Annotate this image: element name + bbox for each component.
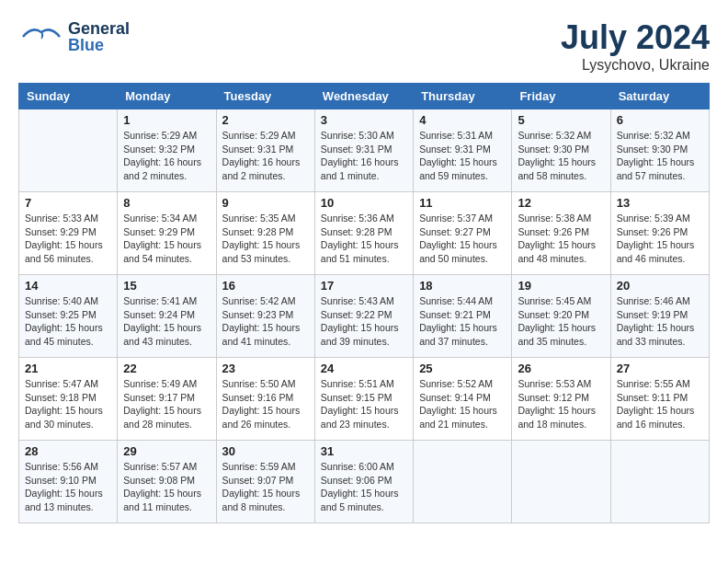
day-info: Sunrise: 5:36 AMSunset: 9:28 PMDaylight:… xyxy=(321,212,407,266)
month-year-title: July 2024 xyxy=(561,18,710,57)
day-info: Sunrise: 5:35 AMSunset: 9:28 PMDaylight:… xyxy=(222,212,309,266)
calendar-day-cell: 16Sunrise: 5:42 AMSunset: 9:23 PMDayligh… xyxy=(216,275,314,358)
weekday-header: Thursday xyxy=(414,84,512,109)
day-number: 22 xyxy=(123,362,210,375)
day-info: Sunrise: 5:40 AMSunset: 9:25 PMDaylight:… xyxy=(25,294,111,349)
day-number: 1 xyxy=(123,113,210,127)
calendar-table: SundayMondayTuesdayWednesdayThursdayFrid… xyxy=(18,83,710,523)
calendar-day-cell: 9Sunrise: 5:35 AMSunset: 9:28 PMDaylight… xyxy=(216,192,314,275)
calendar-week-row: 14Sunrise: 5:40 AMSunset: 9:25 PMDayligh… xyxy=(19,275,710,358)
day-info: Sunrise: 5:31 AMSunset: 9:31 PMDaylight:… xyxy=(419,129,506,183)
location-title: Lysychovo, Ukraine xyxy=(561,57,710,74)
day-info: Sunrise: 5:29 AMSunset: 9:32 PMDaylight:… xyxy=(123,129,210,183)
day-info: Sunrise: 5:45 AMSunset: 9:20 PMDaylight:… xyxy=(518,294,604,349)
day-info: Sunrise: 5:34 AMSunset: 9:29 PMDaylight:… xyxy=(123,212,210,266)
day-info: Sunrise: 5:55 AMSunset: 9:11 PMDaylight:… xyxy=(617,377,703,431)
day-number: 5 xyxy=(518,113,604,127)
calendar-day-cell: 2Sunrise: 5:29 AMSunset: 9:31 PMDaylight… xyxy=(216,109,314,192)
day-number: 26 xyxy=(518,362,604,375)
day-info: Sunrise: 5:30 AMSunset: 9:31 PMDaylight:… xyxy=(321,129,407,183)
weekday-header: Friday xyxy=(512,84,610,109)
calendar-day-cell xyxy=(512,441,610,523)
calendar-day-cell: 15Sunrise: 5:41 AMSunset: 9:24 PMDayligh… xyxy=(118,275,216,358)
day-info: Sunrise: 5:59 AMSunset: 9:07 PMDaylight:… xyxy=(222,460,309,514)
calendar-day-cell: 10Sunrise: 5:36 AMSunset: 9:28 PMDayligh… xyxy=(314,192,413,275)
calendar-day-cell: 1Sunrise: 5:29 AMSunset: 9:32 PMDaylight… xyxy=(118,109,216,192)
day-number: 25 xyxy=(419,362,506,375)
calendar-day-cell: 3Sunrise: 5:30 AMSunset: 9:31 PMDaylight… xyxy=(314,109,413,192)
calendar-day-cell: 22Sunrise: 5:49 AMSunset: 9:17 PMDayligh… xyxy=(118,358,216,441)
day-info: Sunrise: 6:00 AMSunset: 9:06 PMDaylight:… xyxy=(321,460,407,514)
day-info: Sunrise: 5:44 AMSunset: 9:21 PMDaylight:… xyxy=(419,294,506,349)
calendar-day-cell: 21Sunrise: 5:47 AMSunset: 9:18 PMDayligh… xyxy=(19,358,118,441)
day-number: 30 xyxy=(222,444,309,458)
title-block: July 2024 Lysychovo, Ukraine xyxy=(561,18,710,74)
calendar-day-cell: 4Sunrise: 5:31 AMSunset: 9:31 PMDaylight… xyxy=(414,109,512,192)
day-number: 18 xyxy=(419,279,506,293)
day-info: Sunrise: 5:41 AMSunset: 9:24 PMDaylight:… xyxy=(123,294,210,349)
calendar-day-cell: 20Sunrise: 5:46 AMSunset: 9:19 PMDayligh… xyxy=(610,275,709,358)
calendar-day-cell: 8Sunrise: 5:34 AMSunset: 9:29 PMDaylight… xyxy=(118,192,216,275)
calendar-day-cell: 31Sunrise: 6:00 AMSunset: 9:06 PMDayligh… xyxy=(314,441,413,523)
logo-text: General Blue xyxy=(68,20,130,53)
day-number: 12 xyxy=(518,196,604,210)
calendar-day-cell: 14Sunrise: 5:40 AMSunset: 9:25 PMDayligh… xyxy=(19,275,118,358)
calendar-day-cell xyxy=(414,441,512,523)
day-number: 7 xyxy=(25,196,111,210)
page-header: General Blue July 2024 Lysychovo, Ukrain… xyxy=(18,18,710,74)
logo-general: General xyxy=(68,20,130,37)
day-info: Sunrise: 5:33 AMSunset: 9:29 PMDaylight:… xyxy=(25,212,111,266)
logo-blue: Blue xyxy=(68,37,130,53)
calendar-day-cell: 23Sunrise: 5:50 AMSunset: 9:16 PMDayligh… xyxy=(216,358,314,441)
calendar-day-cell: 13Sunrise: 5:39 AMSunset: 9:26 PMDayligh… xyxy=(610,192,709,275)
logo-icon xyxy=(18,18,64,55)
day-info: Sunrise: 5:29 AMSunset: 9:31 PMDaylight:… xyxy=(222,129,309,183)
calendar-week-row: 7Sunrise: 5:33 AMSunset: 9:29 PMDaylight… xyxy=(19,192,710,275)
day-info: Sunrise: 5:56 AMSunset: 9:10 PMDaylight:… xyxy=(25,460,111,514)
day-number: 24 xyxy=(321,362,407,375)
day-number: 29 xyxy=(123,444,210,458)
day-info: Sunrise: 5:43 AMSunset: 9:22 PMDaylight:… xyxy=(321,294,407,349)
calendar-day-cell: 28Sunrise: 5:56 AMSunset: 9:10 PMDayligh… xyxy=(19,441,118,523)
calendar-day-cell: 25Sunrise: 5:52 AMSunset: 9:14 PMDayligh… xyxy=(414,358,512,441)
calendar-day-cell: 17Sunrise: 5:43 AMSunset: 9:22 PMDayligh… xyxy=(314,275,413,358)
day-number: 21 xyxy=(25,362,111,375)
day-number: 15 xyxy=(123,279,210,293)
calendar-day-cell: 7Sunrise: 5:33 AMSunset: 9:29 PMDaylight… xyxy=(19,192,118,275)
day-number: 20 xyxy=(617,279,703,293)
day-number: 31 xyxy=(321,444,407,458)
calendar-day-cell: 24Sunrise: 5:51 AMSunset: 9:15 PMDayligh… xyxy=(314,358,413,441)
day-number: 2 xyxy=(222,113,309,127)
weekday-header: Sunday xyxy=(19,84,118,109)
day-info: Sunrise: 5:49 AMSunset: 9:17 PMDaylight:… xyxy=(123,377,210,431)
weekday-header: Saturday xyxy=(610,84,709,109)
day-number: 23 xyxy=(222,362,309,375)
day-info: Sunrise: 5:42 AMSunset: 9:23 PMDaylight:… xyxy=(222,294,309,349)
day-number: 9 xyxy=(222,196,309,210)
day-number: 28 xyxy=(25,444,111,458)
calendar-header-row: SundayMondayTuesdayWednesdayThursdayFrid… xyxy=(19,84,710,109)
day-number: 10 xyxy=(321,196,407,210)
calendar-day-cell: 29Sunrise: 5:57 AMSunset: 9:08 PMDayligh… xyxy=(118,441,216,523)
calendar-day-cell: 30Sunrise: 5:59 AMSunset: 9:07 PMDayligh… xyxy=(216,441,314,523)
day-info: Sunrise: 5:32 AMSunset: 9:30 PMDaylight:… xyxy=(617,129,703,183)
day-number: 19 xyxy=(518,279,604,293)
day-info: Sunrise: 5:53 AMSunset: 9:12 PMDaylight:… xyxy=(518,377,604,431)
day-number: 6 xyxy=(617,113,703,127)
calendar-day-cell: 19Sunrise: 5:45 AMSunset: 9:20 PMDayligh… xyxy=(512,275,610,358)
calendar-day-cell xyxy=(610,441,709,523)
day-number: 11 xyxy=(419,196,506,210)
day-info: Sunrise: 5:51 AMSunset: 9:15 PMDaylight:… xyxy=(321,377,407,431)
day-info: Sunrise: 5:38 AMSunset: 9:26 PMDaylight:… xyxy=(518,212,604,266)
day-number: 14 xyxy=(25,279,111,293)
day-info: Sunrise: 5:50 AMSunset: 9:16 PMDaylight:… xyxy=(222,377,309,431)
calendar-day-cell: 5Sunrise: 5:32 AMSunset: 9:30 PMDaylight… xyxy=(512,109,610,192)
calendar-day-cell: 6Sunrise: 5:32 AMSunset: 9:30 PMDaylight… xyxy=(610,109,709,192)
calendar-day-cell xyxy=(19,109,118,192)
day-number: 13 xyxy=(617,196,703,210)
day-number: 17 xyxy=(321,279,407,293)
calendar-day-cell: 26Sunrise: 5:53 AMSunset: 9:12 PMDayligh… xyxy=(512,358,610,441)
day-info: Sunrise: 5:37 AMSunset: 9:27 PMDaylight:… xyxy=(419,212,506,266)
day-number: 27 xyxy=(617,362,703,375)
weekday-header: Wednesday xyxy=(314,84,413,109)
